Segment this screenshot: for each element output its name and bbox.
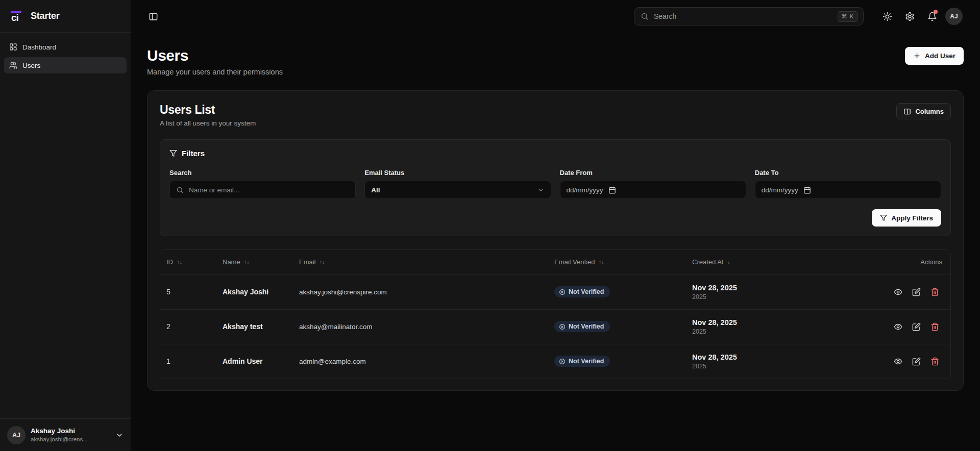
status-badge: Not Verified xyxy=(554,321,610,332)
column-header-name[interactable]: Name↑↓ xyxy=(216,250,293,274)
page-content: Users Manage your users and their permis… xyxy=(131,33,980,451)
edit-icon xyxy=(912,322,921,331)
edit-user-button[interactable] xyxy=(909,319,924,334)
delete-user-button[interactable] xyxy=(927,284,942,299)
columns-button[interactable]: Columns xyxy=(896,103,951,119)
trash-icon xyxy=(930,322,939,331)
cell-email-verified: Not Verified xyxy=(548,274,686,309)
sidebar-profile[interactable]: AJ Akshay Joshi akshay.joshi@crens... xyxy=(0,418,131,451)
cell-id: 1 xyxy=(160,344,216,379)
cell-actions xyxy=(854,344,950,379)
sidebar-item-label: Users xyxy=(22,62,40,69)
columns-label: Columns xyxy=(915,108,944,115)
filter-date-from-label: Date From xyxy=(560,169,746,177)
cell-email: akshay@mailinator.com xyxy=(293,309,548,344)
eye-icon xyxy=(894,322,902,331)
view-user-button[interactable] xyxy=(890,284,905,299)
sort-icon[interactable]: ↓ xyxy=(727,259,729,266)
filters-panel: Filters Search Email Status xyxy=(160,139,951,236)
profile-avatar: AJ xyxy=(7,426,26,444)
apply-filters-label: Apply Filters xyxy=(891,214,933,222)
status-badge: Not Verified xyxy=(554,356,610,367)
global-search: ⌘ K xyxy=(634,7,864,26)
app-logo-icon: ci xyxy=(10,9,26,23)
brand-name: Starter xyxy=(31,11,60,21)
global-search-input[interactable] xyxy=(654,12,832,20)
plus-icon xyxy=(913,52,921,60)
sort-icon[interactable]: ↑↓ xyxy=(320,259,325,266)
column-header-email-verified[interactable]: Email Verified↑↓ xyxy=(548,250,686,274)
sidebar-item-users[interactable]: Users xyxy=(4,57,127,73)
chevron-down-icon[interactable] xyxy=(115,431,124,439)
x-circle-icon xyxy=(559,358,566,365)
filters-header: Filters xyxy=(169,149,941,158)
filter-search-input[interactable] xyxy=(189,186,349,194)
sort-icon[interactable]: ↑↓ xyxy=(177,259,182,266)
page-title: Users xyxy=(147,47,283,64)
edit-user-button[interactable] xyxy=(909,284,924,299)
users-list-card: Users List A list of all users in your s… xyxy=(147,90,964,391)
card-title: Users List xyxy=(160,103,256,117)
date-from-input[interactable]: dd/mm/yyyy xyxy=(560,181,746,199)
search-icon xyxy=(176,186,184,194)
settings-button[interactable] xyxy=(900,7,919,26)
sidebar-brand[interactable]: ci Starter xyxy=(0,0,131,33)
theme-toggle-button[interactable] xyxy=(878,7,896,26)
edit-icon xyxy=(912,357,921,366)
sort-icon[interactable]: ↑↓ xyxy=(244,259,249,266)
dashboard-icon xyxy=(9,43,17,51)
panel-left-icon xyxy=(149,12,158,21)
sort-icon[interactable]: ↑↓ xyxy=(598,259,603,266)
funnel-icon xyxy=(880,214,887,221)
add-user-button[interactable]: Add User xyxy=(905,47,964,65)
date-to-input[interactable]: dd/mm/yyyy xyxy=(755,181,941,199)
eye-icon xyxy=(894,288,902,296)
delete-user-button[interactable] xyxy=(927,354,942,369)
sidebar: ci Starter Dashboard Users AJ Akshay Jos… xyxy=(0,0,131,451)
gear-icon xyxy=(905,12,915,21)
sidebar-item-label: Dashboard xyxy=(22,43,56,51)
filters-title: Filters xyxy=(182,149,205,158)
cell-actions xyxy=(854,309,950,344)
topbar: ⌘ K AJ xyxy=(131,0,980,33)
cell-email: admin@example.com xyxy=(293,344,548,379)
notification-dot xyxy=(934,10,938,14)
table-row: 5 Akshay Joshi akshay.joshi@crenspire.co… xyxy=(160,274,950,309)
columns-icon xyxy=(903,108,911,115)
date-to-value: dd/mm/yyyy xyxy=(762,186,798,194)
edit-icon xyxy=(912,288,921,296)
column-header-actions: Actions xyxy=(854,250,950,274)
view-user-button[interactable] xyxy=(890,354,905,369)
trash-icon xyxy=(930,357,939,366)
edit-user-button[interactable] xyxy=(909,354,924,369)
calendar-icon[interactable] xyxy=(803,186,811,194)
column-header-email[interactable]: Email↑↓ xyxy=(293,250,548,274)
date-from-value: dd/mm/yyyy xyxy=(567,186,603,194)
filter-date-from-field: Date From dd/mm/yyyy xyxy=(560,169,746,199)
calendar-icon[interactable] xyxy=(608,186,616,194)
page-header: Users Manage your users and their permis… xyxy=(147,47,964,76)
cell-created-at: Nov 28, 2025 2025 xyxy=(686,274,854,309)
sidebar-toggle-button[interactable] xyxy=(144,7,162,26)
email-status-select[interactable]: All xyxy=(364,181,551,199)
eye-icon xyxy=(894,357,902,366)
main-area: ⌘ K AJ Us xyxy=(131,0,980,451)
table-row: 2 Akshay test akshay@mailinator.com Not … xyxy=(160,309,950,344)
cell-id: 2 xyxy=(160,309,216,344)
column-header-created-at[interactable]: Created At↓ xyxy=(686,250,854,274)
view-user-button[interactable] xyxy=(890,319,905,334)
topbar-avatar[interactable]: AJ xyxy=(945,8,963,25)
apply-filters-button[interactable]: Apply Filters xyxy=(872,209,941,227)
cell-actions xyxy=(854,274,950,309)
add-user-label: Add User xyxy=(925,52,955,60)
card-header: Users List A list of all users in your s… xyxy=(160,103,951,127)
cell-email: akshay.joshi@crenspire.com xyxy=(293,274,548,309)
notifications-button[interactable] xyxy=(923,7,941,26)
card-subtitle: A list of all users in your system xyxy=(160,119,256,127)
column-header-id[interactable]: ID↑↓ xyxy=(160,250,216,274)
sun-icon xyxy=(883,12,892,21)
table-row: 1 Admin User admin@example.com Not Verif… xyxy=(160,344,950,379)
sidebar-item-dashboard[interactable]: Dashboard xyxy=(4,39,127,55)
delete-user-button[interactable] xyxy=(927,319,942,334)
users-table: ID↑↓ Name↑↓ Email↑↓ Email Verified↑↓ Cre… xyxy=(160,249,951,379)
